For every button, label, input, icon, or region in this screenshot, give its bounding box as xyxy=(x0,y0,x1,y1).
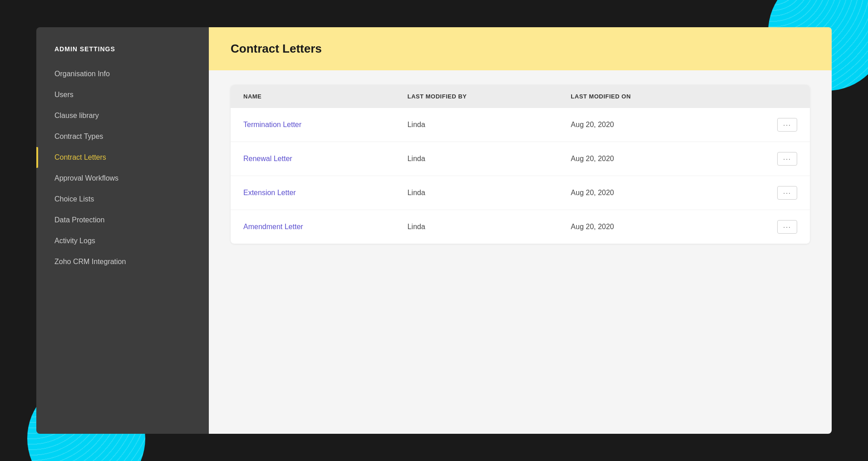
cell-name-4: Amendment Letter xyxy=(231,210,395,244)
sidebar-link-organisation-info[interactable]: Organisation Info xyxy=(36,64,209,84)
sidebar-item-choice-lists[interactable]: Choice Lists xyxy=(36,189,209,210)
cell-modified-on-4: Aug 20, 2020 xyxy=(558,210,723,244)
sidebar-item-approval-workflows[interactable]: Approval Workflows xyxy=(36,168,209,189)
sidebar-item-contract-types[interactable]: Contract Types xyxy=(36,126,209,147)
page-title: Contract Letters xyxy=(231,42,810,56)
table-row: Amendment Letter Linda Aug 20, 2020 ··· xyxy=(231,210,810,244)
sidebar-link-users[interactable]: Users xyxy=(36,84,209,105)
sidebar-item-users[interactable]: Users xyxy=(36,84,209,105)
col-header-name: NAME xyxy=(231,85,395,108)
page-header: Contract Letters xyxy=(209,27,832,70)
cell-name-2: Renewal Letter xyxy=(231,142,395,176)
cell-modified-on-2: Aug 20, 2020 xyxy=(558,142,723,176)
contract-letters-table: NAME LAST MODIFIED BY LAST MODIFIED ON T… xyxy=(231,85,810,244)
cell-name-3: Extension Letter xyxy=(231,176,395,210)
sidebar-item-zoho-crm[interactable]: Zoho CRM Integration xyxy=(36,251,209,272)
more-button-2[interactable]: ··· xyxy=(777,152,797,166)
sidebar-nav: Organisation Info Users Clause library C… xyxy=(36,64,209,272)
sidebar-section-title: ADMIN SETTINGS xyxy=(36,45,209,64)
table-row: Renewal Letter Linda Aug 20, 2020 ··· xyxy=(231,142,810,176)
sidebar-link-zoho-crm[interactable]: Zoho CRM Integration xyxy=(36,251,209,272)
letter-link-renewal[interactable]: Renewal Letter xyxy=(243,155,292,162)
sidebar-link-contract-letters[interactable]: Contract Letters xyxy=(36,147,209,168)
cell-modified-by-2: Linda xyxy=(395,142,558,176)
sidebar-item-activity-logs[interactable]: Activity Logs xyxy=(36,230,209,251)
cell-actions-3: ··· xyxy=(723,176,810,210)
cell-modified-by-3: Linda xyxy=(395,176,558,210)
more-button-4[interactable]: ··· xyxy=(777,220,797,234)
cell-modified-on-1: Aug 20, 2020 xyxy=(558,108,723,142)
letter-link-amendment[interactable]: Amendment Letter xyxy=(243,223,303,230)
cell-name-1: Termination Letter xyxy=(231,108,395,142)
table-header-row: NAME LAST MODIFIED BY LAST MODIFIED ON xyxy=(231,85,810,108)
letter-link-termination[interactable]: Termination Letter xyxy=(243,121,301,128)
sidebar-link-choice-lists[interactable]: Choice Lists xyxy=(36,189,209,210)
col-header-modified-on: LAST MODIFIED ON xyxy=(558,85,723,108)
more-button-3[interactable]: ··· xyxy=(777,186,797,200)
sidebar-link-approval-workflows[interactable]: Approval Workflows xyxy=(36,168,209,189)
sidebar-item-clause-library[interactable]: Clause library xyxy=(36,105,209,126)
col-header-actions xyxy=(723,85,810,108)
app-container: ADMIN SETTINGS Organisation Info Users C… xyxy=(0,0,868,461)
cell-modified-by-1: Linda xyxy=(395,108,558,142)
cell-actions-2: ··· xyxy=(723,142,810,176)
table-header: NAME LAST MODIFIED BY LAST MODIFIED ON xyxy=(231,85,810,108)
cell-modified-by-4: Linda xyxy=(395,210,558,244)
sidebar-link-contract-types[interactable]: Contract Types xyxy=(36,126,209,147)
table-row: Termination Letter Linda Aug 20, 2020 ··… xyxy=(231,108,810,142)
sidebar: ADMIN SETTINGS Organisation Info Users C… xyxy=(36,27,209,434)
sidebar-item-contract-letters[interactable]: Contract Letters xyxy=(36,147,209,168)
cell-actions-4: ··· xyxy=(723,210,810,244)
cell-actions-1: ··· xyxy=(723,108,810,142)
sidebar-link-activity-logs[interactable]: Activity Logs xyxy=(36,230,209,251)
sidebar-link-data-protection[interactable]: Data Protection xyxy=(36,210,209,230)
more-button-1[interactable]: ··· xyxy=(777,118,797,132)
letter-link-extension[interactable]: Extension Letter xyxy=(243,189,296,196)
table-row: Extension Letter Linda Aug 20, 2020 ··· xyxy=(231,176,810,210)
sidebar-item-organisation-info[interactable]: Organisation Info xyxy=(36,64,209,84)
table-body: Termination Letter Linda Aug 20, 2020 ··… xyxy=(231,108,810,244)
sidebar-link-clause-library[interactable]: Clause library xyxy=(36,105,209,126)
content-body: NAME LAST MODIFIED BY LAST MODIFIED ON T… xyxy=(209,70,832,434)
sidebar-item-data-protection[interactable]: Data Protection xyxy=(36,210,209,230)
main-content: Contract Letters NAME LAST MODIFIED BY L… xyxy=(209,27,832,434)
col-header-modified-by: LAST MODIFIED BY xyxy=(395,85,558,108)
cell-modified-on-3: Aug 20, 2020 xyxy=(558,176,723,210)
